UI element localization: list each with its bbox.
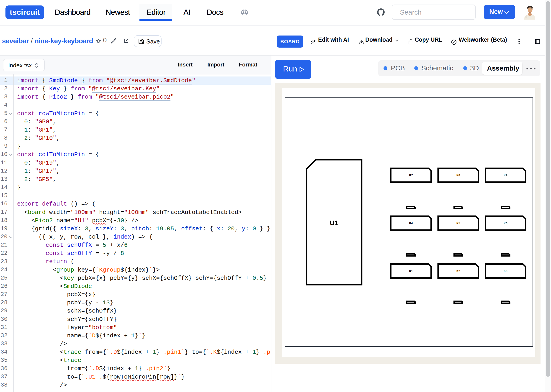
svg-text:K4: K4 <box>409 222 413 225</box>
svg-text:U1: U1 <box>330 219 338 226</box>
svg-text:K3: K3 <box>504 270 508 273</box>
svg-text:K6: K6 <box>504 222 508 225</box>
svg-text:K5: K5 <box>457 222 460 225</box>
svg-text:K2: K2 <box>457 270 460 273</box>
svg-text:K1: K1 <box>409 270 413 273</box>
svg-text:K8: K8 <box>457 174 460 177</box>
svg-text:K7: K7 <box>409 174 413 177</box>
svg-text:K9: K9 <box>504 174 508 177</box>
